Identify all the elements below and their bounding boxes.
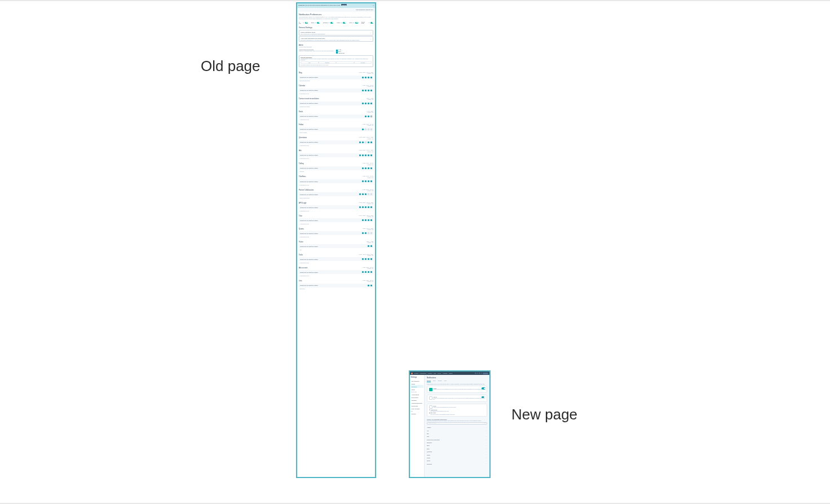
section-expand[interactable]: › Visit [299,249,373,250]
email-option[interactable]: Instant deliveryGet emailed for each not… [429,409,485,412]
section-expand[interactable]: › 2 notifications (0 off) [299,210,373,211]
preference-item[interactable]: Sequences⌄ [427,462,487,465]
section-expand[interactable]: › 2 notifications (0 off) [299,145,373,146]
close-icon[interactable]: × [373,5,374,7]
checkbox-icon[interactable] [429,412,430,413]
toggle-switch[interactable] [305,22,308,24]
checkbox[interactable] [368,167,369,169]
search-icon[interactable] [475,373,476,374]
settings-icon[interactable] [479,373,480,374]
checkbox-icon[interactable] [429,409,430,410]
checkbox[interactable] [359,193,361,195]
checkbox[interactable] [362,154,364,156]
checkbox[interactable] [370,167,372,169]
checkbox[interactable] [368,232,369,234]
checkbox[interactable] [370,258,372,260]
section-expand[interactable]: › 2 notifications (0 off) [299,93,373,94]
checkbox[interactable] [368,206,369,208]
checkbox[interactable] [368,142,369,143]
checkbox[interactable] [370,90,372,91]
checkbox[interactable] [365,154,367,156]
checkbox[interactable] [359,206,361,208]
checkbox[interactable] [362,219,364,221]
checkbox[interactable] [365,232,367,234]
checkbox[interactable] [368,180,369,182]
checkbox[interactable] [362,142,364,143]
checkbox[interactable] [365,142,367,143]
checkbox-icon[interactable] [336,52,338,54]
section-expand[interactable]: › Record updates [299,132,373,133]
checkbox[interactable] [370,77,372,78]
nav-item[interactable]: Conversations [420,373,427,374]
checkbox[interactable] [370,142,372,143]
nav-item[interactable]: Reports [449,373,452,374]
checkbox[interactable] [368,193,369,195]
checkbox[interactable] [359,154,361,156]
checkbox[interactable] [370,180,372,182]
toggle-switch[interactable] [355,22,358,24]
checkbox[interactable] [370,103,372,104]
checkbox[interactable] [365,129,367,130]
tab[interactable]: Slack [444,380,447,382]
checkbox[interactable] [362,271,364,273]
checkbox[interactable] [370,129,372,130]
checkbox[interactable] [370,285,372,286]
checkbox[interactable] [365,271,367,273]
checkbox[interactable] [370,219,372,221]
nav-item[interactable]: Sales [434,373,436,374]
settings-item[interactable]: ⌄Allow email notifications for unread al… [299,36,373,42]
checkbox[interactable] [368,245,369,247]
toggle-switch[interactable] [343,22,346,24]
checkbox[interactable] [370,154,372,156]
checkbox[interactable] [370,232,372,234]
channel-toggle[interactable]: MobileOn [337,21,346,24]
checkbox[interactable] [365,219,367,221]
checkbox[interactable] [362,193,364,195]
checkbox[interactable] [368,77,369,78]
toggle-switch[interactable] [370,22,373,24]
section-expand[interactable]: › 2 notifications (0 off) [299,236,373,237]
tab[interactable]: Defaults [427,380,431,382]
checkbox[interactable] [365,258,367,260]
section-expand[interactable]: › 4 notifications (0 off) [299,275,373,276]
section-expand[interactable]: › 4 notifications (0 off) [299,119,373,120]
checkbox[interactable] [368,103,369,104]
tab[interactable]: Email [433,380,436,382]
email-option[interactable]: Daily digestGet a daily summary of all n… [429,412,485,414]
section-expand[interactable]: › Blog post draft shared [299,80,373,81]
checkbox[interactable] [365,206,367,208]
account-menu[interactable] [483,373,488,374]
checkbox[interactable] [365,90,367,91]
nav-item[interactable]: Marketing [428,373,432,374]
section-expand[interactable]: › Shared portal access [299,197,373,198]
checkbox[interactable] [362,90,364,91]
checkbox[interactable] [362,129,364,130]
banner-turn-on-button[interactable]: Turn on [341,4,347,6]
checkbox[interactable] [370,116,372,117]
marketplace-icon[interactable] [477,373,479,374]
nav-item[interactable]: Contacts [414,373,418,374]
admin-tab[interactable]: Paid [301,61,319,64]
admin-tab[interactable] [336,61,354,64]
toggle-switch[interactable] [482,387,485,390]
section-expand[interactable]: › 2 notifications (0 off) [299,158,373,159]
admin-tab[interactable]: Standard [319,61,337,64]
checkbox[interactable] [370,193,372,195]
checkbox[interactable] [362,180,364,182]
channel-toggle[interactable]: DesktopOn [323,21,333,24]
admin-tab[interactable]: Add email [354,61,372,64]
checkbox[interactable] [368,116,369,117]
nav-item[interactable]: Service [438,373,441,374]
checkbox[interactable] [368,90,369,91]
toggle-switch[interactable] [317,22,320,24]
checkbox[interactable] [362,258,364,260]
channel-toggle[interactable]: SlackOff [349,21,357,24]
checkbox[interactable] [365,193,367,195]
section-expand[interactable]: › Contact record merge [299,106,373,107]
checkbox[interactable] [370,245,372,247]
checkbox[interactable] [362,206,364,208]
section-expand[interactable]: › 2 notifications (0 off) [299,184,373,185]
settings-item[interactable]: ⌄Popup notification soundPlay a sound wh… [299,30,373,36]
admin-channel-option[interactable]: HubSpot app [336,52,373,54]
checkbox[interactable] [368,285,369,286]
